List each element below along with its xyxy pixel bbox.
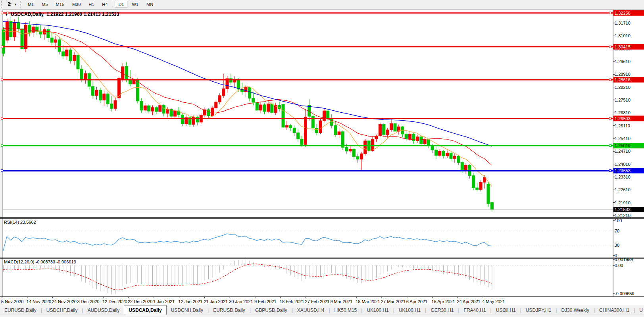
chart-tab-eurusd-daily[interactable]: EURUSD,Daily	[209, 305, 250, 315]
chart-tab-uk100-h1[interactable]: UK100,H1	[394, 305, 425, 315]
toolbar-divider	[113, 1, 113, 8]
macd-label: MACD(12,26,9) -0.008733 -0.006613	[4, 259, 76, 264]
price-tick: 1.24010	[615, 162, 631, 167]
timeframe-button-d1[interactable]: D1	[115, 1, 127, 8]
date-tick: 5 Nov 2020	[1, 299, 23, 304]
line-anchor[interactable]	[1, 79, 3, 81]
line-anchor[interactable]	[609, 117, 611, 119]
timeframe-button-m15[interactable]: M15	[52, 1, 67, 8]
timeframe-button-mn[interactable]: MN	[143, 1, 157, 8]
price-level-label: 1.30415	[615, 44, 631, 49]
chart-tab-gbpusd-daily[interactable]: GBPUSD,Daily	[251, 305, 292, 315]
date-tick: 9 Feb 2021	[254, 299, 277, 304]
chart-tab-eurusd-daily[interactable]: EURUSD,Daily	[0, 305, 41, 315]
timeframe-button-m30[interactable]: M30	[69, 1, 84, 8]
toolbar: ▼ M1M5M15M30H1H4D1W1MN	[0, 0, 644, 9]
date-tick: 4 May 2021	[482, 299, 505, 304]
price-tick: 1.24710	[615, 149, 631, 154]
macd-tick: 0.001989	[615, 257, 633, 262]
chart-canvas[interactable]: 1.317101.310101.303101.296101.289101.282…	[0, 9, 644, 305]
current-price-label: 1.21533	[615, 207, 631, 212]
price-tick: 1.21910	[615, 200, 631, 205]
chart-tab-usdcnh-daily[interactable]: USDCNH,Daily	[167, 305, 208, 315]
chart-symbol: USDCAD,Daily	[11, 12, 44, 17]
date-tick: 30 Jan 2021	[229, 299, 253, 304]
price-tick: 1.21210	[615, 213, 631, 218]
date-tick: 3 Dec 2020	[77, 299, 99, 304]
date-tick: 15 Apr 2021	[432, 299, 455, 304]
date-tick: 6 Apr 2021	[406, 299, 427, 304]
timeframe-button-h1[interactable]: H1	[85, 1, 98, 8]
date-tick: 12 Jan 2021	[179, 299, 203, 304]
price-tick: 1.26810	[615, 110, 631, 115]
date-tick: 24 Apr 2021	[457, 299, 480, 304]
mt4-app: ▼ M1M5M15M30H1H4D1W1MN 1.317101.310101.3…	[0, 0, 644, 317]
price-level-label: 1.25019	[615, 143, 631, 148]
rsi-tick: 30	[615, 243, 619, 248]
line-anchor[interactable]	[609, 46, 611, 48]
price-tick: 1.28910	[615, 72, 631, 77]
rsi-tick: 100	[615, 218, 622, 223]
timeframe-button-m5[interactable]: M5	[38, 1, 51, 8]
chart-tab-u[interactable]: U	[635, 305, 644, 315]
chart-tab-dj30-weekly[interactable]: DJ30,Weekly	[557, 305, 593, 315]
date-tick: 14 Nov 2020	[27, 299, 51, 304]
price-tick: 1.23310	[615, 175, 631, 179]
chart-tab-usdchf-daily[interactable]: USDCHF,Daily	[42, 305, 82, 315]
rsi-tick: 70	[615, 229, 619, 233]
date-tick: 27 Mar 2021	[381, 299, 406, 304]
price-level-label: 1.23653	[615, 168, 631, 173]
macd-tick: 0.00	[615, 263, 623, 268]
macd-tick: -0.009659	[615, 291, 634, 296]
chart-tab-xauusd-h4[interactable]: XAUUSD,H4	[293, 305, 329, 315]
line-anchor[interactable]	[1, 170, 3, 172]
price-tick: 1.27510	[615, 98, 631, 102]
chart-tab-china300-h1[interactable]: CHINA300,H1	[595, 305, 634, 315]
price-tick: 1.31710	[615, 21, 631, 25]
line-anchor[interactable]	[1, 145, 3, 147]
date-tick: 24 Nov 2020	[52, 299, 77, 304]
date-tick: 1 Jan 2021	[153, 299, 175, 304]
price-level-label: 1.26503	[615, 116, 631, 121]
date-tick: 27 Feb 2021	[305, 299, 330, 304]
date-tick: 22 Dec 2020	[128, 299, 152, 304]
toolbar-grip[interactable]	[1, 1, 4, 8]
price-tick: 1.25410	[615, 136, 631, 141]
chart-tab-audusd-daily[interactable]: AUDUSD,Daily	[83, 305, 124, 315]
rsi-label: RSI(14) 23.5662	[4, 220, 36, 225]
chart-tab-hk50-m15[interactable]: HK50,M15	[330, 305, 361, 315]
date-tick: 21 Jan 2021	[204, 299, 228, 304]
price-tick: 1.28210	[615, 85, 631, 90]
chart-title: ▼USDCAD,Daily 1.21922 1.21960 1.21413 1.…	[5, 12, 119, 17]
toolbar-grip[interactable]	[20, 1, 23, 8]
chart-tabs: EURUSD,Daily|USDCHF,Daily|AUDUSD,DailyUS…	[0, 305, 644, 315]
chart-window: 1.317101.310101.303101.296101.289101.282…	[0, 9, 644, 305]
chart-pointer-icon	[7, 1, 13, 8]
chart-tab-usdjpy-h1[interactable]: USDJPY,H1	[521, 305, 556, 315]
line-anchor[interactable]	[609, 79, 611, 81]
line-anchor[interactable]	[609, 145, 611, 147]
chart-tab-ger30-h1[interactable]: GER30,H1	[426, 305, 458, 315]
collapse-triangle-icon[interactable]: ▼	[5, 13, 8, 17]
line-anchor[interactable]	[609, 12, 611, 14]
date-tick: 9 Mar 2021	[330, 299, 352, 304]
chart-tab-fra40-h1[interactable]: FRA40,H1	[459, 305, 490, 315]
chart-tab-usdcad-daily[interactable]: USDCAD,Daily	[124, 305, 166, 315]
price-tick: 1.22610	[615, 187, 631, 192]
price-level-label: 1.28616	[615, 77, 631, 82]
line-anchor[interactable]	[1, 12, 3, 14]
line-anchor[interactable]	[1, 46, 3, 48]
line-anchor[interactable]	[609, 170, 611, 172]
chart-tab-usoil-h1[interactable]: USOil,H1	[492, 305, 520, 315]
line-anchor[interactable]	[1, 117, 3, 119]
timeframe-button-h4[interactable]: H4	[98, 1, 111, 8]
timeframe-button-m1[interactable]: M1	[24, 1, 37, 8]
chart-mode-button[interactable]: ▼	[5, 0, 19, 9]
date-tick: 18 Mar 2021	[356, 299, 380, 304]
price-tick: 1.29610	[615, 59, 631, 64]
chart-ohlc: 1.21922 1.21960 1.21413 1.21533	[46, 12, 119, 17]
timeframe-buttons: M1M5M15M30H1H4D1W1MN	[24, 1, 157, 8]
timeframe-button-w1[interactable]: W1	[128, 1, 142, 8]
price-tick: 1.26110	[615, 123, 630, 128]
chart-tab-uk100-h1[interactable]: UK100,H1	[362, 305, 393, 315]
